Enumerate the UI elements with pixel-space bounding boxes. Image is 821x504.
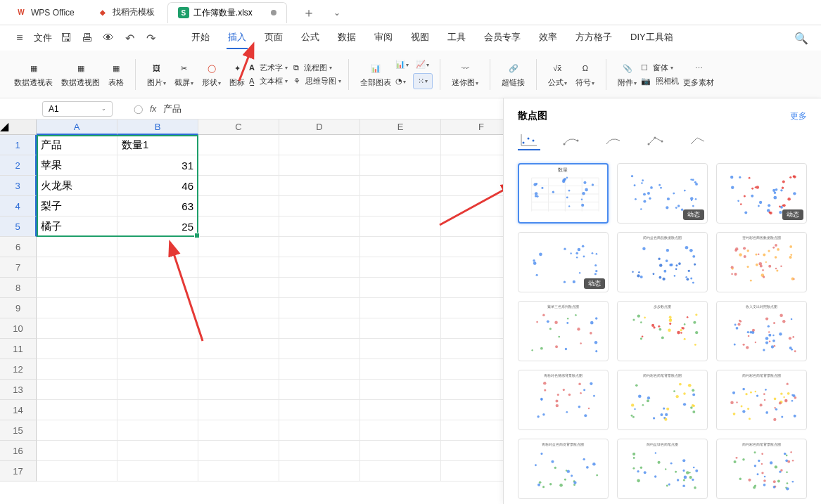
tab-fanggezi[interactable]: 方方格子 <box>574 27 613 49</box>
cell[interactable] <box>279 298 360 318</box>
cell[interactable]: 梨子 <box>37 196 117 217</box>
column-header[interactable]: D <box>279 119 360 135</box>
cell[interactable] <box>117 298 198 318</box>
cell[interactable] <box>279 359 360 380</box>
row-header[interactable]: 16 <box>0 441 37 461</box>
cell[interactable] <box>37 461 117 482</box>
cell[interactable] <box>198 441 279 461</box>
chart-thumbnail[interactable]: 简约彩色简笔背景散点图 <box>617 370 708 430</box>
pivot-table-button[interactable]: ▦数据透视表 <box>10 60 57 88</box>
tab-data[interactable]: 数据 <box>336 27 357 49</box>
chart-thumbnail[interactable]: 简约蓝色商品数据散点图 <box>617 232 708 292</box>
panel-more-link[interactable]: 更多 <box>790 110 807 122</box>
column-header[interactable]: C <box>198 119 279 135</box>
more-material-button[interactable]: ⋯更多素材 <box>679 60 718 88</box>
cell[interactable] <box>360 420 441 441</box>
cell[interactable] <box>117 441 198 461</box>
scatter-type-straight-nomarkers[interactable] <box>687 131 709 150</box>
cell[interactable] <box>117 461 198 482</box>
cell[interactable] <box>279 380 360 400</box>
row-header[interactable]: 15 <box>0 420 37 441</box>
cell[interactable]: 苹果 <box>37 155 117 176</box>
cell[interactable] <box>360 237 441 257</box>
cell[interactable] <box>117 257 198 278</box>
chart-thumbnail[interactable]: 动态 <box>518 232 609 292</box>
cell[interactable] <box>198 237 279 257</box>
cell[interactable] <box>279 441 360 461</box>
cell[interactable] <box>279 278 360 298</box>
cell[interactable] <box>360 176 441 196</box>
tab-view[interactable]: 视图 <box>409 27 431 49</box>
tab-review[interactable]: 审阅 <box>373 27 394 49</box>
table-button[interactable]: ▦表格 <box>104 60 128 88</box>
cell[interactable] <box>198 278 279 298</box>
cell[interactable] <box>360 359 441 380</box>
symbol-button[interactable]: Ω符号▾ <box>571 60 599 88</box>
file-menu[interactable]: 文件 <box>31 27 55 49</box>
cell[interactable] <box>360 339 441 359</box>
cell[interactable] <box>117 278 198 298</box>
undo-icon[interactable]: ↶ <box>122 31 136 45</box>
cell[interactable] <box>360 461 441 482</box>
attachment-button[interactable]: 📎附件▾ <box>613 60 641 88</box>
scatter-chart-button[interactable]: ⁙▾ <box>413 73 433 89</box>
pivot-chart-button[interactable]: ▦数据透视图 <box>57 60 104 88</box>
cell[interactable] <box>279 217 360 237</box>
formula-input[interactable]: 产品 <box>163 103 182 115</box>
cell[interactable] <box>117 237 198 257</box>
cell[interactable] <box>117 400 198 420</box>
cell[interactable] <box>198 176 279 196</box>
cell[interactable] <box>360 380 441 400</box>
row-header[interactable]: 2 <box>0 155 37 176</box>
row-header[interactable]: 9 <box>0 298 37 318</box>
cell[interactable]: 橘子 <box>37 217 117 237</box>
row-header[interactable]: 1 <box>0 135 37 155</box>
cell[interactable] <box>360 155 441 176</box>
cell[interactable] <box>198 196 279 217</box>
cell[interactable] <box>360 217 441 237</box>
search-icon[interactable]: 🔍 <box>794 31 808 45</box>
chart-thumbnail[interactable]: 收入支出对照散点图 <box>716 301 807 361</box>
cell[interactable] <box>360 135 441 155</box>
textbox-button[interactable]: A̲ 文本框▾ <box>249 76 288 86</box>
scatter-type-straight[interactable] <box>644 131 667 150</box>
wordart-button[interactable]: A 艺术字▾ <box>249 63 288 73</box>
chart-thumbnail[interactable]: 变约彩色商务数据散点图 <box>716 232 807 292</box>
cell[interactable] <box>37 298 117 318</box>
cell[interactable] <box>279 420 360 441</box>
cell[interactable] <box>117 339 198 359</box>
tab-formula[interactable]: 公式 <box>300 27 321 49</box>
row-header[interactable]: 6 <box>0 237 37 257</box>
row-header[interactable]: 4 <box>0 196 37 217</box>
cell[interactable]: 46 <box>117 176 198 196</box>
sparkline-button[interactable]: 〰迷你图▾ <box>447 60 483 88</box>
chart-thumbnail[interactable]: 简约彩色简笔背景散点图 <box>716 370 807 430</box>
row-header[interactable]: 7 <box>0 257 37 278</box>
row-header[interactable]: 13 <box>0 380 37 400</box>
select-all-corner[interactable]: ◢ <box>0 119 37 135</box>
cell[interactable] <box>117 380 198 400</box>
row-header[interactable]: 17 <box>0 461 37 482</box>
cell[interactable] <box>37 441 117 461</box>
tab-tools[interactable]: 工具 <box>446 27 467 49</box>
window-button[interactable]: ☐ 窗体▾ <box>641 63 679 73</box>
cell[interactable] <box>117 359 198 380</box>
file-tab[interactable]: S 工作簿数量.xlsx <box>167 2 287 23</box>
cell[interactable] <box>37 257 117 278</box>
tab-menu-button[interactable]: ⌄ <box>328 8 346 18</box>
cancel-formula-icon[interactable]: ◯ <box>134 104 143 114</box>
preview-icon[interactable]: 👁 <box>101 31 115 45</box>
hyperlink-button[interactable]: 🔗超链接 <box>497 60 529 88</box>
cell[interactable] <box>198 420 279 441</box>
tab-start[interactable]: 开始 <box>190 27 211 49</box>
chart-thumbnail[interactable]: 简约蓝绿色简笔点图 <box>617 439 708 499</box>
tab-efficiency[interactable]: 效率 <box>537 27 559 49</box>
save-icon[interactable]: 🖫 <box>59 31 73 45</box>
cell[interactable] <box>279 155 360 176</box>
redo-icon[interactable]: ↷ <box>144 31 158 45</box>
cell[interactable] <box>279 135 360 155</box>
cell[interactable] <box>37 400 117 420</box>
cell[interactable] <box>360 441 441 461</box>
icons-button[interactable]: ✦图标 <box>225 60 249 88</box>
tab-premium[interactable]: 会员专享 <box>483 27 522 49</box>
